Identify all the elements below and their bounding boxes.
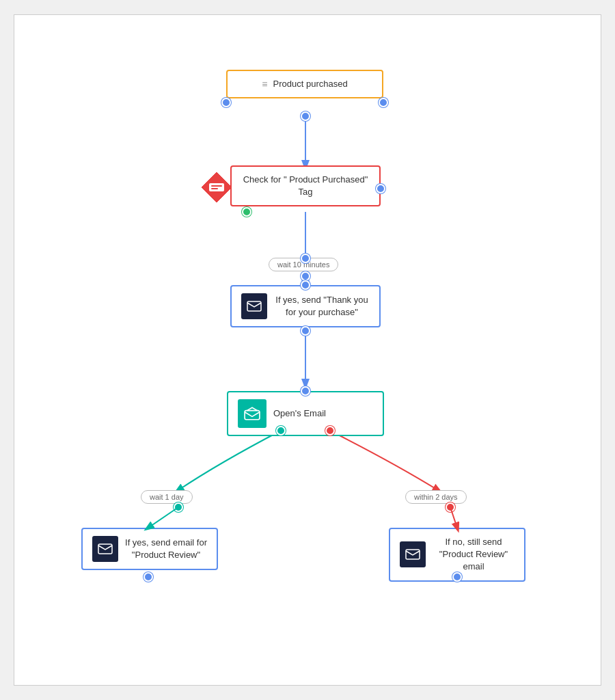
dot-email1-bottom [301,326,310,336]
dot-email1-top [301,280,310,290]
dot-trigger-right [379,98,388,107]
list-icon: ≡ [262,79,267,90]
dot-opens-bottom-left [276,426,286,435]
within-pill-right: within 2 days [405,490,467,504]
email-icon-box-left [92,536,118,562]
opens-email-node[interactable]: Open's Email [227,391,384,436]
opens-email-icon [244,407,260,420]
dot-wait-left-bottom [174,502,183,512]
opens-email-label: Open's Email [273,407,326,420]
decision-label: Check for " Product Purchased" Tag [241,174,370,198]
flow-container: ≡ Product purchased Check for " Product … [14,15,601,685]
email-icon-right [405,549,420,560]
dot-decision-right [376,184,385,193]
wait-pill-left: wait 1 day [141,490,193,504]
email-left-label: If yes, send email for "Product Review" [125,537,207,561]
opens-email-icon-box [238,399,266,428]
email-icon-1 [247,301,262,312]
email-send-node-1[interactable]: If yes, send "Thank you for your purchas… [230,285,381,327]
email-node-left[interactable]: If yes, send email for "Product Review" [81,528,218,570]
dot-wait1-bottom [301,271,310,281]
decision-diamond-svg [200,171,233,204]
email-send-label-1: If yes, send "Thank you for your purchas… [274,294,370,319]
dot-decision-bottom [242,207,251,217]
svg-rect-7 [211,188,218,189]
svg-rect-9 [245,411,260,420]
email-icon-box-right [400,541,426,567]
dot-trigger-bottom [301,111,310,121]
dot-within-right-bottom [446,502,455,512]
decision-node[interactable]: Check for " Product Purchased" Tag [230,165,381,206]
svg-rect-5 [209,183,224,191]
email-icon-box-1 [241,293,267,319]
email-right-label: If no, still send "Product Review" email [433,536,515,574]
svg-rect-8 [247,301,261,311]
svg-rect-11 [406,550,420,559]
dot-wait1-top [301,254,310,263]
dot-trigger-left [221,98,231,107]
trigger-label: Product purchased [273,78,348,90]
svg-line-12 [148,507,178,528]
dot-email-right-bottom [452,572,462,582]
svg-rect-6 [211,185,222,187]
email-icon-left [98,543,113,554]
dot-email-left-bottom [144,572,153,582]
flow-canvas: ≡ Product purchased Check for " Product … [14,14,601,686]
trigger-node[interactable]: ≡ Product purchased [226,70,383,98]
dot-opens-bottom-right [325,426,335,435]
svg-rect-10 [98,544,112,554]
dot-opens-top [301,386,310,396]
